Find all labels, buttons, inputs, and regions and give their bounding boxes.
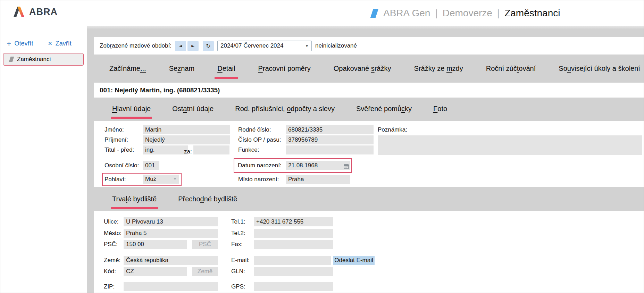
fax-label: Fax: [231,240,243,249]
sidebar-actions: + Otevřít ✕ Zavřít [7,40,72,47]
kod-label: Kód: [104,267,116,276]
open-button-label: Otevřít [14,40,33,47]
tab-opakovane-srazky[interactable]: Opakované srážky [334,65,391,83]
tab-detail[interactable]: Detail [217,65,235,83]
tab-rod-prislusnici[interactable]: Rod. příslušníci, odpočty a slevy [235,105,335,121]
calendar-icon[interactable] [344,163,349,170]
pohlavi-label: Pohlaví: [104,175,126,184]
tab-hlavni-udaje[interactable]: Hlavní údaje [112,105,151,121]
titul-pred-field[interactable]: ing. [143,145,188,154]
close-button[interactable]: ✕ Zavřít [48,40,71,47]
prijmeni-label: Příjmení: [104,135,128,144]
jmeno-field[interactable]: Martin [143,125,230,134]
abra-logo-text: ABRA [29,7,58,17]
record-title: 001: Nejedlý Martin, ing. (680821/3335) [100,86,220,94]
tel1-field[interactable]: +420 311 672 555 [254,217,333,226]
module-slash-icon [9,57,14,62]
tab-pracovni-pomery[interactable]: Pracovní poměry [258,65,310,83]
poznamka-label: Poznámka: [378,125,407,134]
odeslat-email-button[interactable]: Odeslat E-mail [333,256,375,265]
funkce-field[interactable] [286,145,374,154]
tab-foto[interactable]: Foto [433,105,447,121]
main-tabs: Začínáme... Seznam Detail Pracovní poměr… [94,55,644,83]
address-form: Ulice: U Pivovaru 13 Město: Praha 5 PSČ:… [94,211,644,293]
period-toolbar: Zobrazené mzdové období: ◄ ► ↻ 2024/07 Č… [94,37,644,55]
misto-narozeni-field[interactable]: Praha [286,175,350,184]
main-area: Zobrazené mzdové období: ◄ ► ↻ 2024/07 Č… [87,26,644,293]
tab-rocni-zuctovani[interactable]: Roční zúčtování [486,65,536,83]
titul-za-field[interactable] [193,145,229,154]
mesto-field[interactable]: Praha 5 [124,229,218,238]
datum-narozeni-value: 21.08.1968 [288,162,318,169]
psc-lookup-button[interactable]: PSČ [192,240,218,249]
title-separator: | [435,8,437,19]
poznamka-field[interactable] [378,135,642,155]
tel2-field[interactable] [254,229,333,238]
tab-prechodne-bydliste[interactable]: Přechodné bydliště [178,195,237,211]
app-title: ABRA Gen | Demoverze | Zaměstnanci [372,0,560,26]
osobni-cislo-field[interactable]: 001 [143,161,159,170]
gps-label: GPS: [231,282,245,291]
close-icon: ✕ [48,40,52,47]
datum-narozeni-field[interactable]: 21.08.1968 [286,161,350,170]
prev-period-button[interactable]: ◄ [175,41,186,51]
zeme-lookup-button[interactable]: Země [192,267,218,276]
address-tabs: Trvalé bydliště Přechodné bydliště [94,187,644,211]
gln-label: GLN: [231,267,245,276]
cislo-op-label: Číslo OP / pasu: [238,135,281,144]
cislo-op-field[interactable]: 378956789 [286,135,374,144]
blue-slash-icon [370,9,378,18]
zeme-field[interactable]: Česká republika [124,256,218,265]
psc-label: PSČ: [104,240,118,249]
email-field[interactable] [254,256,331,265]
plus-icon: + [7,41,11,47]
kod-field[interactable]: CZ [124,267,187,276]
ulice-field[interactable]: U Pivovaru 13 [124,217,218,226]
tel2-label: Tel.2: [231,229,245,238]
period-status: neinicializované [315,42,357,49]
titul-pred-label: Titul - před: [104,145,134,154]
tab-sverene-pomucky[interactable]: Svěřené pomůcky [356,105,412,121]
detail-tabs: Hlavní údaje Ostatní údaje Rod. příslušn… [94,98,644,121]
refresh-period-button[interactable]: ↻ [203,41,214,51]
rodne-cislo-field[interactable]: 680821/3335 [286,125,374,134]
period-select-value: 2024/07 Červenec 2024 [220,42,283,49]
tab-souvisejici-ukoly[interactable]: Související úkoly a školení [559,65,640,83]
jmeno-label: Jméno: [104,125,124,134]
zip-field[interactable] [124,282,218,291]
abra-logo-mark [13,6,26,18]
tab-trvale-bydliste[interactable]: Trvalé bydliště [112,195,157,211]
gps-field[interactable] [254,282,333,291]
funkce-label: Funkce: [238,145,259,154]
zip-label: ZIP: [104,282,115,291]
sidebar: + Otevřít ✕ Zavřít Zaměstnanci [0,26,87,293]
layout: + Otevřít ✕ Zavřít Zaměstnanci Zobrazené… [0,26,644,293]
pohlavi-select[interactable]: Muž ▼ [143,175,179,184]
tel1-label: Tel.1: [231,217,245,226]
rodne-cislo-label: Rodné číslo: [238,125,271,134]
record-header: 001: Nejedlý Martin, ing. (680821/3335) [94,83,644,98]
open-button[interactable]: + Otevřít [7,40,33,47]
mesto-label: Město: [104,229,122,238]
gln-field[interactable] [254,267,333,276]
tab-seznam[interactable]: Seznam [169,65,194,83]
chevron-down-icon: ▼ [305,44,309,48]
pohlavi-value: Muž [145,176,156,182]
psc-field[interactable]: 150 00 [124,240,187,249]
zeme-label: Země: [104,256,120,265]
prijmeni-field[interactable]: Nejedlý [143,135,230,144]
tab-srazky-ze-mzdy[interactable]: Srážky ze mzdy [414,65,463,83]
tab-zaciname[interactable]: Začínáme... [109,65,146,83]
period-select[interactable]: 2024/07 Červenec 2024 ▼ [217,41,312,51]
app-window: ABRA ABRA Gen | Demoverze | Zaměstnanci … [0,0,644,293]
fax-field[interactable] [254,240,333,249]
sidebar-item-zamestnanci[interactable]: Zaměstnanci [3,53,84,66]
title-separator: | [497,8,500,19]
datum-narozeni-label: Datum narození: [238,161,282,170]
tab-ostatni-udaje[interactable]: Ostatní údaje [172,105,214,121]
edition-name: Demoverze [443,8,492,19]
chevron-down-icon: ▼ [173,175,177,184]
next-period-button[interactable]: ► [187,41,199,51]
module-name: Zaměstnanci [504,8,560,19]
misto-narozeni-label: Místo narození: [238,175,279,184]
